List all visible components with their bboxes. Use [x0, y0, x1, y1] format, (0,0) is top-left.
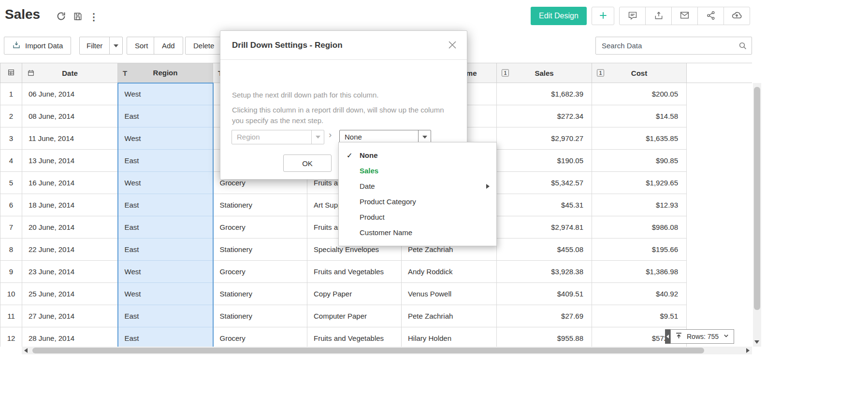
column-header-region[interactable]: Region: [118, 63, 213, 83]
column-header-date[interactable]: Date: [22, 63, 118, 83]
cell-product[interactable]: Computer Paper: [307, 305, 402, 327]
cell-sales[interactable]: $45.31: [497, 194, 592, 216]
scroll-right-arrow-icon[interactable]: [746, 348, 750, 353]
menu-item-customer-name[interactable]: Customer Name: [339, 225, 496, 240]
cell-sales[interactable]: $955.88: [497, 327, 592, 347]
cell-product-category[interactable]: Stationery: [213, 194, 307, 216]
cell-date[interactable]: 23 June, 2014: [22, 261, 118, 283]
row-number-cell[interactable]: 2: [0, 105, 22, 127]
cell-date[interactable]: 13 June, 2014: [22, 150, 118, 172]
cell-sales[interactable]: $190.05: [497, 150, 592, 172]
ok-button[interactable]: OK: [283, 154, 332, 172]
scroll-to-top-icon[interactable]: [675, 332, 682, 341]
row-number-cell[interactable]: 6: [0, 194, 22, 216]
chevron-down-icon[interactable]: [723, 332, 729, 341]
select-all-header[interactable]: [0, 63, 22, 83]
cell-cost[interactable]: $1,635.85: [592, 127, 687, 150]
cell-date[interactable]: 16 June, 2014: [22, 172, 118, 194]
cell-product-category[interactable]: Grocery: [213, 216, 307, 239]
cell-date[interactable]: 20 June, 2014: [22, 216, 118, 239]
cell-date[interactable]: 06 June, 2014: [22, 83, 118, 105]
cell-sales[interactable]: $455.08: [497, 239, 592, 261]
cell-date[interactable]: 18 June, 2014: [22, 194, 118, 216]
export-button[interactable]: [645, 7, 672, 25]
cell-product[interactable]: Fruits and Vegetables: [307, 327, 402, 347]
cell-cost[interactable]: $986.08: [592, 216, 687, 239]
cell-cost[interactable]: $1,386.98: [592, 261, 687, 283]
cell-cost[interactable]: $9.51: [592, 305, 687, 327]
cell-product[interactable]: Fruits and Vegetables: [307, 261, 402, 283]
scroll-down-arrow-icon[interactable]: [754, 340, 759, 344]
save-button[interactable]: [72, 11, 84, 23]
cell-cost[interactable]: $200.05: [592, 83, 687, 105]
row-number-cell[interactable]: 11: [0, 305, 22, 327]
refresh-button[interactable]: [55, 11, 67, 23]
horizontal-scrollbar[interactable]: [22, 347, 752, 354]
row-number-cell[interactable]: 4: [0, 150, 22, 172]
cell-cost[interactable]: $14.58: [592, 105, 687, 127]
cell-product-category[interactable]: Grocery: [213, 327, 307, 347]
cell-cost[interactable]: $90.85: [592, 150, 687, 172]
vertical-scrollbar-thumb[interactable]: [754, 87, 760, 310]
cell-region[interactable]: East: [118, 327, 213, 347]
email-button[interactable]: [671, 7, 698, 25]
cell-region[interactable]: West: [118, 127, 213, 150]
vertical-scrollbar[interactable]: [753, 83, 761, 347]
cell-customer-name[interactable]: Hilary Holden: [402, 327, 497, 347]
cell-region[interactable]: West: [118, 172, 213, 194]
cell-product-category[interactable]: Stationery: [213, 283, 307, 305]
cell-date[interactable]: 22 June, 2014: [22, 239, 118, 261]
row-number-cell[interactable]: 3: [0, 127, 22, 150]
cell-sales[interactable]: $272.34: [497, 105, 592, 127]
column-header-cost[interactable]: Cost: [592, 63, 687, 83]
cell-region[interactable]: East: [118, 216, 213, 239]
cell-cost[interactable]: $195.66: [592, 239, 687, 261]
cell-customer-name[interactable]: Venus Powell: [402, 283, 497, 305]
cell-date[interactable]: 08 June, 2014: [22, 105, 118, 127]
cell-sales[interactable]: $2,974.81: [497, 216, 592, 239]
cell-sales[interactable]: $409.51: [497, 283, 592, 305]
cell-region[interactable]: East: [118, 305, 213, 327]
delete-button[interactable]: Delete: [185, 37, 222, 55]
menu-item-product-category[interactable]: Product Category: [339, 194, 496, 210]
cell-region[interactable]: West: [118, 283, 213, 305]
row-number-cell[interactable]: 5: [0, 172, 22, 194]
search-icon[interactable]: [734, 42, 752, 50]
edit-design-button[interactable]: Edit Design: [531, 7, 587, 25]
cell-date[interactable]: 27 June, 2014: [22, 305, 118, 327]
more-options-button[interactable]: [87, 11, 100, 23]
publish-button[interactable]: [723, 7, 750, 25]
menu-item-product[interactable]: Product: [339, 210, 496, 225]
scroll-left-arrow-icon[interactable]: [24, 348, 28, 353]
cell-region[interactable]: West: [118, 261, 213, 283]
cell-customer-name[interactable]: Andy Roddick: [402, 261, 497, 283]
column-header-sales[interactable]: Sales: [497, 63, 592, 83]
cell-product-category[interactable]: Stationery: [213, 305, 307, 327]
add-button[interactable]: [592, 7, 614, 25]
cell-date[interactable]: 25 June, 2014: [22, 283, 118, 305]
cell-product[interactable]: Copy Paper: [307, 283, 402, 305]
cell-sales[interactable]: $3,928.38: [497, 261, 592, 283]
cell-region[interactable]: West: [118, 83, 213, 105]
filter-dropdown-button[interactable]: [109, 37, 122, 54]
comments-button[interactable]: [619, 7, 646, 25]
cell-date[interactable]: 11 June, 2014: [22, 127, 118, 150]
add-row-button[interactable]: Add: [154, 37, 183, 55]
cell-sales[interactable]: $5,342.57: [497, 172, 592, 194]
menu-item-date[interactable]: Date: [339, 179, 496, 194]
cell-sales[interactable]: $2,970.27: [497, 127, 592, 150]
sort-button[interactable]: Sort: [127, 37, 157, 55]
menu-item-none[interactable]: None: [339, 148, 496, 163]
cell-sales[interactable]: $1,682.39: [497, 83, 592, 105]
cell-product-category[interactable]: Grocery: [213, 261, 307, 283]
filter-button[interactable]: Filter: [80, 37, 109, 54]
cell-region[interactable]: East: [118, 150, 213, 172]
cell-product-category[interactable]: Stationery: [213, 239, 307, 261]
cell-date[interactable]: 28 June, 2014: [22, 327, 118, 347]
row-number-cell[interactable]: 8: [0, 239, 22, 261]
cell-sales[interactable]: $27.69: [497, 305, 592, 327]
rows-widget-handle[interactable]: [665, 329, 670, 344]
cell-region[interactable]: East: [118, 105, 213, 127]
row-number-cell[interactable]: 10: [0, 283, 22, 305]
cell-cost[interactable]: $1,929.65: [592, 172, 687, 194]
